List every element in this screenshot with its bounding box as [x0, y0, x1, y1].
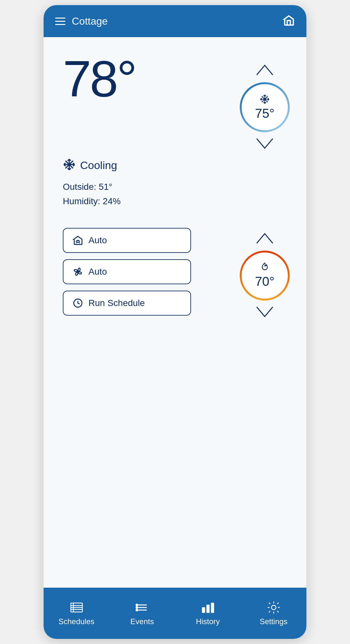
header-left: Cottage: [55, 15, 108, 27]
events-icon: [135, 600, 149, 615]
footer-nav: Schedules Events History: [44, 588, 306, 639]
fan-icon: [72, 266, 83, 277]
schedules-label: Schedules: [58, 617, 94, 626]
cool-setpoint-value: 75°: [255, 106, 275, 121]
bottom-area: Auto Auto: [63, 228, 290, 323]
header: Cottage: [44, 5, 306, 37]
current-temp-display: 78°: [63, 53, 136, 104]
nav-schedules[interactable]: Schedules: [56, 600, 97, 626]
history-icon: [201, 600, 215, 615]
cooling-status: Cooling: [63, 158, 290, 172]
outside-info: Outside: 51° Humidity: 24%: [63, 180, 290, 209]
menu-button[interactable]: [55, 18, 65, 25]
heat-down-button[interactable]: [249, 301, 281, 323]
main-content: 78°: [44, 37, 306, 588]
svg-point-38: [136, 609, 138, 611]
events-label: Events: [130, 617, 154, 626]
nav-settings[interactable]: Settings: [253, 600, 295, 626]
snowflake-status-icon: [63, 158, 76, 172]
home-button[interactable]: [283, 14, 295, 28]
nav-history[interactable]: History: [187, 600, 229, 626]
history-label: History: [196, 617, 220, 626]
schedule-label: Run Schedule: [88, 298, 145, 308]
schedule-button[interactable]: Run Schedule: [63, 291, 191, 316]
snowflake-cool-icon: [260, 94, 270, 106]
clock-icon: [72, 298, 83, 309]
svg-rect-41: [211, 603, 214, 613]
heat-up-button[interactable]: [249, 228, 281, 250]
flame-icon: [260, 262, 270, 274]
system-mode-button[interactable]: Auto: [63, 228, 191, 253]
svg-rect-40: [207, 605, 209, 613]
settings-label: Settings: [260, 617, 288, 626]
settings-icon: [267, 600, 281, 615]
mode-label: Cooling: [80, 159, 117, 172]
cool-controls: 75°: [239, 60, 290, 155]
svg-point-42: [271, 605, 276, 610]
schedules-icon: [70, 600, 84, 615]
heat-controls: 70°: [239, 228, 290, 323]
system-mode-label: Auto: [88, 235, 107, 246]
cool-down-button[interactable]: [249, 133, 281, 155]
nav-events[interactable]: Events: [121, 600, 163, 626]
cool-setpoint-circle: 75°: [239, 82, 290, 133]
svg-point-37: [136, 607, 138, 608]
current-temperature: 78°: [63, 53, 136, 104]
svg-rect-39: [202, 608, 205, 613]
header-title: Cottage: [72, 15, 108, 27]
humidity: Humidity: 24%: [63, 194, 290, 209]
fan-mode-button[interactable]: Auto: [63, 259, 191, 284]
house-fan-icon: [72, 235, 83, 246]
heat-setpoint-value: 70°: [255, 274, 275, 289]
app-container: Cottage 78°: [44, 5, 306, 639]
fan-mode-label: Auto: [88, 267, 107, 277]
buttons-row: Auto Auto: [63, 228, 191, 316]
svg-point-36: [136, 604, 138, 606]
temp-section: 78°: [63, 53, 290, 155]
outside-temp: Outside: 51°: [63, 180, 290, 194]
heat-setpoint-circle: 70°: [239, 250, 290, 301]
cool-up-button[interactable]: [249, 60, 281, 82]
